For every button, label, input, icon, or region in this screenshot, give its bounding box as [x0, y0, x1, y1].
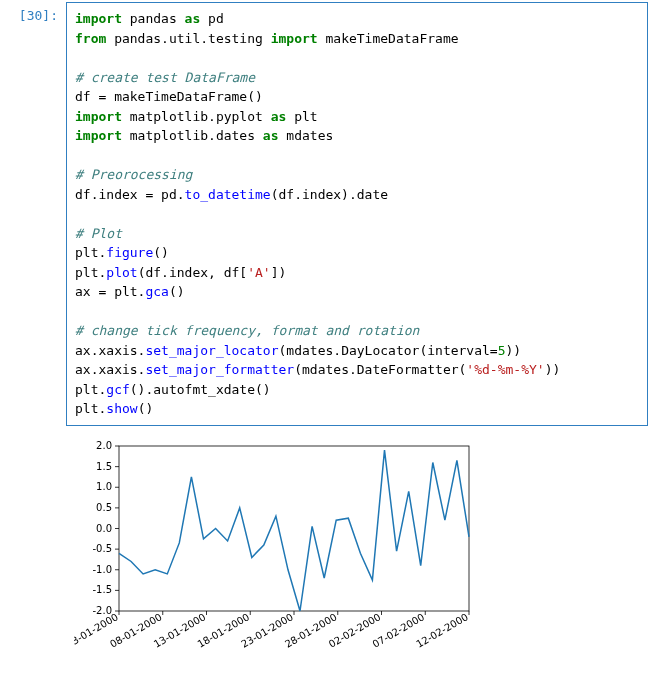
code-text: plt. [75, 401, 106, 416]
code-text: df.index = pd. [75, 187, 185, 202]
svg-text:0.5: 0.5 [96, 501, 112, 512]
code-text: )) [545, 362, 561, 377]
keyword: from [75, 31, 106, 46]
comment: # create test DataFrame [75, 70, 255, 85]
code-text: () [169, 284, 185, 299]
keyword: as [185, 11, 201, 26]
code-text: ax = plt. [75, 284, 145, 299]
keyword: import [75, 109, 122, 124]
code-text: ax.xaxis. [75, 362, 145, 377]
code-text: (df.index, df[ [138, 265, 248, 280]
code-text: plt. [75, 265, 106, 280]
func-name: set_major_locator [145, 343, 278, 358]
code-text: () [153, 245, 169, 260]
code-text: ]) [271, 265, 287, 280]
svg-text:-1.0: -1.0 [92, 563, 112, 574]
code-text: (mdates.DateFormatter( [294, 362, 466, 377]
output-cell: -2.0-1.5-1.0-0.50.00.51.01.52.003-01-200… [0, 428, 662, 679]
string-literal: 'A' [247, 265, 270, 280]
code-text: matplotlib.dates [122, 128, 263, 143]
func-name: figure [106, 245, 153, 260]
code-text: plt [286, 109, 317, 124]
svg-text:1.5: 1.5 [96, 460, 112, 471]
svg-text:-0.5: -0.5 [92, 543, 112, 554]
svg-text:0.0: 0.0 [96, 522, 112, 533]
code-text: pandas [122, 11, 185, 26]
matplotlib-figure: -2.0-1.5-1.0-0.50.00.51.01.52.003-01-200… [74, 436, 474, 676]
keyword: import [75, 11, 122, 26]
code-text: makeTimeDataFrame [318, 31, 459, 46]
code-text: matplotlib.pyplot [122, 109, 271, 124]
code-text: (mdates.DayLocator(interval= [279, 343, 498, 358]
code-text: () [138, 401, 154, 416]
func-name: show [106, 401, 137, 416]
comment: # change tick frequency, format and rota… [75, 323, 419, 338]
code-text: pandas.util.testing [106, 31, 270, 46]
svg-text:-1.5: -1.5 [92, 584, 112, 595]
code-text: plt. [75, 245, 106, 260]
code-text: mdates [279, 128, 334, 143]
code-text: plt. [75, 382, 106, 397]
code-input[interactable]: import pandas as pd from pandas.util.tes… [66, 2, 648, 426]
number-literal: 5 [498, 343, 506, 358]
keyword: import [75, 128, 122, 143]
string-literal: '%d-%m-%Y' [466, 362, 544, 377]
func-name: gca [145, 284, 168, 299]
code-cell: [30]: import pandas as pd from pandas.ut… [0, 0, 662, 428]
input-prompt: [30]: [0, 2, 66, 23]
keyword: as [271, 109, 287, 124]
keyword: import [271, 31, 318, 46]
code-text: df = makeTimeDataFrame() [75, 89, 263, 104]
func-name: plot [106, 265, 137, 280]
comment: # Preorocessing [75, 167, 192, 182]
func-name: to_datetime [185, 187, 271, 202]
svg-rect-0 [119, 446, 469, 611]
output-prompt [0, 434, 66, 440]
code-text: ().autofmt_xdate() [130, 382, 271, 397]
comment: # Plot [75, 226, 122, 241]
keyword: as [263, 128, 279, 143]
code-text: )) [506, 343, 522, 358]
output-area: -2.0-1.5-1.0-0.50.00.51.01.52.003-01-200… [66, 434, 654, 676]
code-text: (df.index).date [271, 187, 388, 202]
code-text: ax.xaxis. [75, 343, 145, 358]
func-name: gcf [106, 382, 129, 397]
svg-text:1.0: 1.0 [96, 481, 112, 492]
code-text: pd [200, 11, 223, 26]
func-name: set_major_formatter [145, 362, 294, 377]
svg-text:2.0: 2.0 [96, 440, 112, 451]
